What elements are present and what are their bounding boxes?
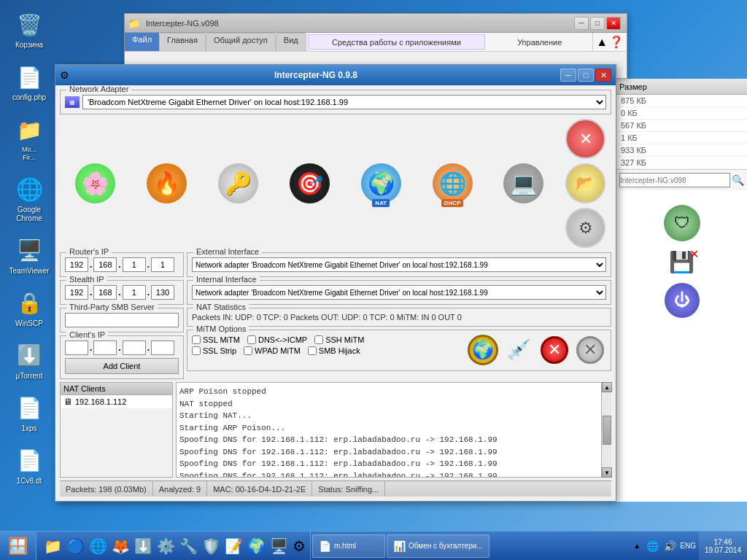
intercepter-maximize-btn[interactable]: □ [578, 69, 594, 82]
taskbar-gear-icon[interactable]: 🔧 [178, 537, 199, 555]
log-area[interactable]: ARP Poison stopped NAT stopped Starting … [176, 382, 611, 478]
router-ip-octet3[interactable] [123, 257, 146, 272]
scroll-thumb[interactable] [603, 416, 611, 445]
ribbon-tab-file[interactable]: Файл [125, 33, 159, 51]
taskbar-word-icon[interactable]: 📝 [223, 537, 244, 555]
globe-action-icon[interactable]: 🌍 [466, 333, 499, 366]
desktop-icon-utorrent[interactable]: ⬇️ µTorrent [3, 338, 55, 384]
client-ip-octet3[interactable] [123, 341, 146, 355]
stealth-ip-octet4[interactable] [151, 285, 174, 300]
up-arrow-icon[interactable]: ▲ [596, 36, 608, 49]
taskbar-firefox-icon[interactable]: 🦊 [110, 537, 131, 555]
ssl-strip-item[interactable]: SSL Strip [192, 346, 236, 355]
client-ip-octet4[interactable] [151, 341, 174, 355]
router-ip-octet2[interactable] [93, 257, 117, 272]
stealth-ip-octet3[interactable] [123, 285, 146, 300]
tray-volume-icon[interactable]: 🔊 [662, 539, 677, 553]
smb-hijack-item[interactable]: SMB Hijack [308, 346, 360, 355]
scroll-down-btn[interactable]: ▼ [602, 467, 612, 478]
desktop-icon-winscp[interactable]: 🔒 WinSCP [3, 286, 55, 331]
icq-mode-icon[interactable]: 🌸 [71, 160, 119, 207]
desktop-icon-teamviewer[interactable]: 🖥️ TeamViewer [3, 233, 55, 279]
taskbar-window-accounting[interactable]: 📊 Обмен с бухгалтери... [387, 534, 489, 558]
keys-mode-icon[interactable]: 🔑 [214, 160, 262, 207]
wpad-mitm-checkbox[interactable] [244, 346, 252, 355]
side-save-icon[interactable]: 💾 ✕ [669, 250, 694, 274]
tray-network-icon[interactable]: 🌐 [645, 539, 659, 553]
ssl-strip-checkbox[interactable] [192, 346, 201, 355]
taskbar-network-icon[interactable]: 🌍 [246, 537, 267, 555]
settings-btn[interactable]: ⚙ [565, 208, 605, 248]
file-list-item[interactable]: 327 КБ [616, 157, 747, 169]
log-scrollbar[interactable]: ▲ ▼ [601, 382, 611, 478]
ssl-mitm-item[interactable]: SSL MiTM [192, 335, 240, 344]
ssh-mitm-checkbox[interactable] [314, 335, 323, 344]
syringe-action-icon[interactable]: 💉 [502, 333, 535, 366]
taskbar-shield-icon[interactable]: 🛡️ [201, 537, 222, 555]
router-ip-octet1[interactable] [65, 257, 88, 272]
file-list-item[interactable]: 567 КБ [616, 120, 747, 132]
file-list-item[interactable]: 933 КБ [616, 144, 747, 157]
dns-icmp-item[interactable]: DNS<->ICMP [247, 335, 307, 344]
smb-server-input[interactable] [65, 313, 179, 327]
taskbar-clock[interactable]: 17:46 19.07.2014 [699, 532, 747, 560]
taskbar-explorer-icon[interactable]: 📁 [42, 537, 63, 555]
client-ip-octet2[interactable] [93, 341, 117, 355]
desktop-icon-config[interactable]: 📄 config.php [3, 60, 55, 105]
intercepter-minimize-btn[interactable]: ─ [560, 69, 576, 82]
phoenix-mode-icon[interactable]: 🔥 [143, 160, 190, 207]
wpad-mitm-item[interactable]: WPAD MiTM [244, 346, 301, 355]
internal-interface-select[interactable]: Network adapter 'Broadcom NetXtreme Giga… [192, 285, 606, 300]
tray-lang-icon[interactable]: ENG [680, 542, 696, 550]
folder-btn[interactable]: 📂 [565, 163, 605, 203]
desktop-icon-recycle[interactable]: 🗑️ Корзина [3, 7, 55, 52]
taskbar-ie-icon[interactable]: 🔵 [65, 537, 86, 555]
stealth-ip-octet2[interactable] [93, 285, 117, 300]
adapter-select[interactable]: 'Broadcom NetXtreme Gigabit Ethernet Dri… [82, 95, 606, 109]
stop-action-icon[interactable]: ✕ [538, 333, 570, 366]
tray-expand-btn[interactable]: ▲ [632, 542, 642, 550]
ribbon-tab-share[interactable]: Общий доступ [206, 33, 276, 51]
smb-hijack-checkbox[interactable] [308, 346, 317, 355]
help-icon[interactable]: ❓ [609, 35, 624, 49]
scroll-up-btn[interactable]: ▲ [602, 382, 612, 392]
explorer-minimize-btn[interactable]: ─ [574, 17, 589, 30]
file-list-item[interactable]: 0 КБ [616, 107, 747, 120]
cancel-action-icon[interactable]: ✕ [573, 333, 606, 366]
search-input[interactable] [619, 173, 730, 187]
start-button[interactable]: 🪟 [0, 532, 36, 560]
taskbar-chrome-icon[interactable]: 🌐 [88, 537, 109, 555]
desktop-icon-chrome[interactable]: 🌐 Google Chrome [3, 172, 55, 226]
taskbar-settings-icon[interactable]: ⚙ [291, 537, 307, 555]
dhcp-mode-icon[interactable]: 🌐 DHCP [429, 160, 476, 207]
scan-mode-icon[interactable]: 🎯 [286, 160, 333, 207]
ribbon-tab-home[interactable]: Главная [159, 33, 206, 51]
stealth-ip-octet1[interactable] [65, 285, 88, 300]
taskbar-teamviewer-icon[interactable]: 🖥️ [268, 537, 290, 555]
dns-icmp-checkbox[interactable] [247, 335, 256, 344]
ssh-mitm-item[interactable]: SSH MiTM [314, 335, 364, 344]
desktop-icon-1cv8[interactable]: 📄 1Cv8.dt [3, 443, 55, 489]
external-interface-select[interactable]: Network adapter 'Broadcom NetXtreme Giga… [192, 257, 606, 272]
taskbar-control-icon[interactable]: ⚙️ [155, 537, 177, 555]
file-list-item[interactable]: 1 КБ [616, 132, 747, 144]
file-list-item[interactable]: 875 КБ [616, 95, 747, 107]
stop-btn[interactable]: ✕ [565, 119, 605, 159]
power-icon[interactable]: ⏻ [665, 283, 700, 318]
client-ip-octet1[interactable] [65, 341, 88, 355]
network-mode-icon[interactable]: 💻 [500, 160, 547, 207]
desktop-icon-folder[interactable]: 📁 Мо...Fir... [3, 112, 55, 165]
ribbon-tab-view[interactable]: Вид [276, 33, 306, 51]
taskbar-utorrent-icon[interactable]: ⬇️ [133, 537, 154, 555]
side-shield-icon[interactable]: 🛡 [664, 205, 700, 241]
explorer-close-btn[interactable]: ✕ [606, 17, 621, 30]
taskbar-window-mhtml[interactable]: 📄 m.html [312, 534, 385, 558]
nat-client-item[interactable]: 🖥 192.168.1.112 [61, 395, 172, 408]
add-client-button[interactable]: Add Client [65, 358, 179, 374]
desktop-icon-1xps[interactable]: 📄 1xps [3, 391, 55, 436]
router-ip-octet4[interactable] [151, 257, 174, 272]
search-icon[interactable]: 🔍 [732, 174, 744, 186]
intercepter-close-btn[interactable]: ✕ [595, 69, 611, 82]
ssl-mitm-checkbox[interactable] [192, 335, 201, 344]
explorer-maximize-btn[interactable]: □ [590, 17, 605, 30]
